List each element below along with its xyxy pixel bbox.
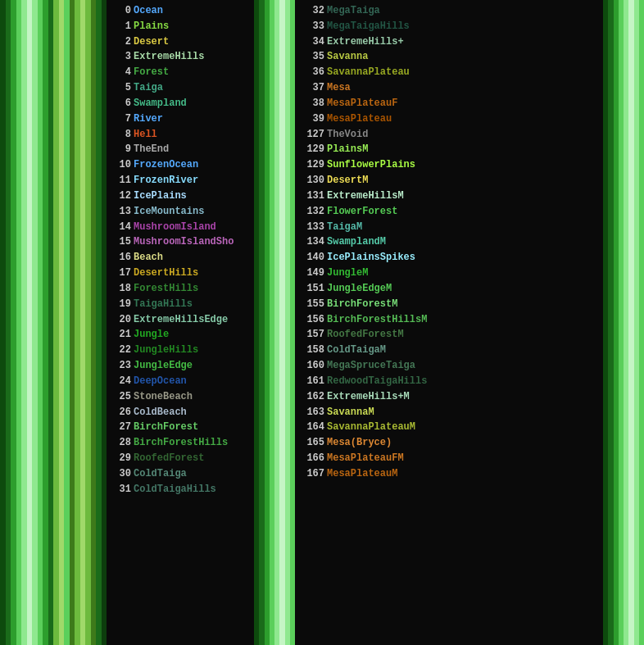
biome-name: ExtremeHills+M <box>327 391 410 402</box>
biome-id: 160 <box>300 358 324 374</box>
list-item: 8Hell <box>110 127 252 143</box>
biome-id: 6 <box>110 96 131 111</box>
biome-id: 23 <box>110 358 131 374</box>
list-item: 3ExtremeHills <box>110 49 252 65</box>
biome-name: MushroomIsland <box>134 221 216 233</box>
biome-name: RoofedForest <box>134 452 204 464</box>
list-item: 161RedwoodTaigaHills <box>300 374 601 389</box>
list-item: 36SavannaPlateau <box>300 65 601 80</box>
biome-id: 17 <box>110 266 131 281</box>
biome-id: 38 <box>300 96 324 111</box>
biome-id: 156 <box>300 312 324 328</box>
list-item: 127TheVoid <box>300 127 601 143</box>
list-item: 0Ocean <box>110 3 252 19</box>
list-item: 9TheEnd <box>110 142 252 157</box>
biome-name: ForestHills <box>134 283 198 294</box>
biome-id: 140 <box>300 250 324 266</box>
list-item: 32MegaTaiga <box>300 3 601 19</box>
biome-name: Ocean <box>134 5 163 16</box>
list-item: 24DeepOcean <box>110 374 252 389</box>
biome-name: TheEnd <box>134 143 169 155</box>
biome-name: Jungle <box>134 329 169 340</box>
list-item: 132FlowerForest <box>300 204 601 220</box>
biome-id: 18 <box>110 281 131 297</box>
list-item: 164SavannaPlateauM <box>300 420 601 435</box>
biome-name: SavannaPlateau <box>327 66 410 78</box>
biome-id: 32 <box>300 3 324 19</box>
biome-name: Swampland <box>134 98 187 109</box>
biome-id: 132 <box>300 204 324 220</box>
biome-id: 25 <box>110 389 131 405</box>
biome-name: JungleEdge <box>134 360 193 371</box>
list-item: 16Beach <box>110 250 252 266</box>
list-item: 158ColdTaigaM <box>300 343 601 358</box>
list-item: 22JungleHills <box>110 343 252 358</box>
biome-name: ColdTaigaHills <box>134 484 216 495</box>
biome-name: ColdTaiga <box>134 468 187 479</box>
list-item: 27BirchForest <box>110 420 252 435</box>
list-item: 37Mesa <box>300 80 601 96</box>
biome-name: DesertM <box>327 175 368 186</box>
biome-id: 158 <box>300 343 324 358</box>
biome-name: MesaPlateau <box>327 113 392 125</box>
biome-id: 29 <box>110 451 131 466</box>
biome-name: Taiga <box>134 82 163 93</box>
list-item: 10FrozenOcean <box>110 157 252 173</box>
biome-name: RoofedForestM <box>327 329 404 340</box>
biome-name: JungleM <box>327 267 368 279</box>
list-item: 4Forest <box>110 65 252 80</box>
right-biome-list: 32MegaTaiga33MegaTaigaHills34ExtremeHill… <box>295 0 603 645</box>
biome-id: 19 <box>110 297 131 312</box>
biome-id: 26 <box>110 405 131 420</box>
biome-name: SavannaPlateauM <box>327 421 415 433</box>
biome-id: 36 <box>300 65 324 80</box>
list-item: 130DesertM <box>300 173 601 189</box>
biome-name: StoneBeach <box>134 391 193 402</box>
list-item: 151JungleEdgeM <box>300 281 601 297</box>
list-item: 2Desert <box>110 34 252 50</box>
list-item: 38MesaPlateauF <box>300 96 601 111</box>
list-item: 156BirchForestHillsM <box>300 312 601 328</box>
list-item: 133TaigaM <box>300 220 601 235</box>
biome-name: FlowerForest <box>327 206 397 217</box>
biome-name: ExtremeHills+ <box>327 36 404 48</box>
list-item: 157RoofedForestM <box>300 327 601 343</box>
biome-name: MesaPlateauFM <box>327 452 404 464</box>
biome-name: Beach <box>134 252 163 263</box>
biome-id: 165 <box>300 435 324 451</box>
list-item: 33MegaTaigaHills <box>300 19 601 34</box>
biome-name: BirchForestM <box>327 298 397 310</box>
list-item: 14MushroomIsland <box>110 220 252 235</box>
biome-id: 131 <box>300 189 324 204</box>
list-item: 18ForestHills <box>110 281 252 297</box>
biome-name: MegaSpruceTaiga <box>327 360 415 371</box>
biome-id: 164 <box>300 420 324 435</box>
biome-id: 10 <box>110 157 131 173</box>
biome-id: 8 <box>110 127 131 143</box>
list-item: 1Plains <box>110 19 252 34</box>
list-item: 21Jungle <box>110 327 252 343</box>
biome-name: MegaTaigaHills <box>327 20 410 32</box>
biome-id: 30 <box>110 466 131 482</box>
biome-name: DeepOcean <box>134 375 187 387</box>
biome-name: SwamplandM <box>327 236 386 248</box>
list-item: 165Mesa(Bryce) <box>300 435 601 451</box>
biome-id: 162 <box>300 389 324 405</box>
biome-name: ExtremeHillsEdge <box>134 314 228 325</box>
biome-name: JungleEdgeM <box>327 283 392 294</box>
list-item: 166MesaPlateauFM <box>300 451 601 466</box>
list-item: 13IceMountains <box>110 204 252 220</box>
biome-name: IcePlains <box>134 190 187 202</box>
list-item: 149JungleM <box>300 266 601 281</box>
biome-id: 12 <box>110 189 131 204</box>
list-item: 163SavannaM <box>300 405 601 420</box>
middle-stripe-panel <box>254 0 295 645</box>
biome-id: 161 <box>300 374 324 389</box>
biome-name: PlainsM <box>327 143 368 155</box>
list-item: 28BirchForestHills <box>110 435 252 451</box>
list-item: 39MesaPlateau <box>300 111 601 127</box>
biome-name: DesertHills <box>134 267 198 279</box>
biome-name: TaigaM <box>327 221 362 233</box>
biome-name: MesaPlateauF <box>327 98 397 109</box>
list-item: 134SwamplandM <box>300 234 601 250</box>
